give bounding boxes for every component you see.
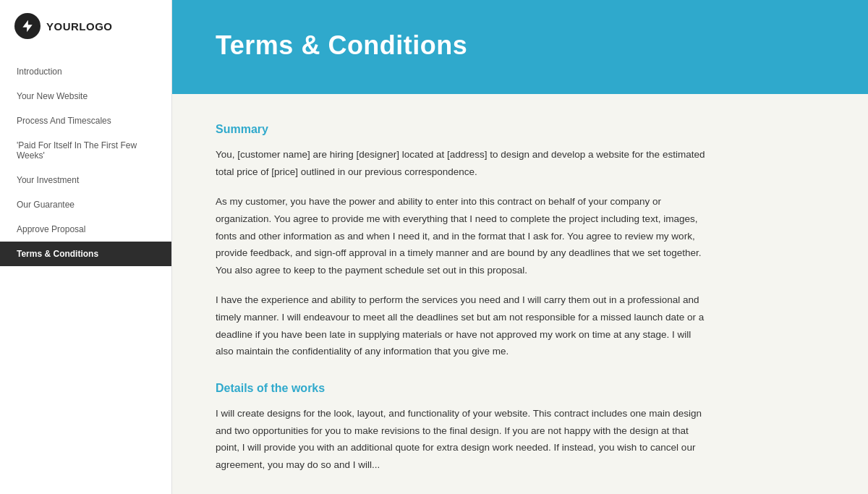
page-header: Terms & Conditions bbox=[172, 0, 868, 94]
sidebar: YOURLOGO Introduction Your New Website P… bbox=[0, 0, 172, 494]
sidebar-nav: Introduction Your New Website Process An… bbox=[0, 52, 171, 481]
logo-icon bbox=[14, 13, 41, 39]
sidebar-item-our-guarantee[interactable]: Our Guarantee bbox=[0, 192, 171, 217]
details-section: Details of the works I will create desig… bbox=[216, 382, 825, 474]
logo-area: YOURLOGO bbox=[0, 0, 171, 52]
sidebar-item-process-and-timescales[interactable]: Process And Timescales bbox=[0, 108, 171, 133]
details-heading: Details of the works bbox=[216, 382, 825, 395]
lightning-icon bbox=[20, 19, 35, 33]
sidebar-item-introduction[interactable]: Introduction bbox=[0, 59, 171, 84]
sidebar-item-paid-for-itself[interactable]: 'Paid For Itself In The First Few Weeks' bbox=[0, 133, 171, 168]
sidebar-item-terms-conditions[interactable]: Terms & Conditions bbox=[0, 242, 171, 266]
sidebar-item-your-new-website[interactable]: Your New Website bbox=[0, 84, 171, 108]
svg-marker-0 bbox=[22, 20, 32, 33]
summary-paragraph-2: As my customer, you have the power and a… bbox=[216, 193, 707, 278]
sidebar-item-approve-proposal[interactable]: Approve Proposal bbox=[0, 217, 171, 242]
summary-paragraph-3: I have the experience and ability to per… bbox=[216, 291, 707, 360]
page-title: Terms & Conditions bbox=[216, 30, 467, 61]
summary-section: Summary You, [customer name] are hiring … bbox=[216, 123, 825, 360]
sidebar-item-your-investment[interactable]: Your Investment bbox=[0, 168, 171, 192]
logo-text: YOURLOGO bbox=[46, 20, 113, 33]
content-area: Summary You, [customer name] are hiring … bbox=[172, 94, 868, 494]
summary-heading: Summary bbox=[216, 123, 825, 136]
main-content: Terms & Conditions Summary You, [custome… bbox=[172, 0, 868, 494]
sidebar-actions bbox=[0, 481, 171, 494]
details-paragraph-1: I will create designs for the look, layo… bbox=[216, 405, 707, 474]
summary-paragraph-1: You, [customer name] are hiring [designe… bbox=[216, 146, 707, 180]
